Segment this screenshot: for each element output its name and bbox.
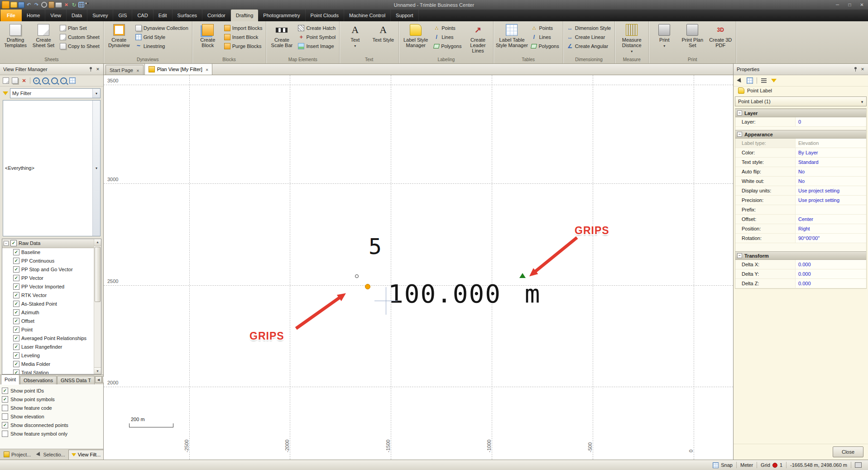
item-checkbox[interactable]: ✓	[13, 361, 19, 367]
pin-icon[interactable]	[852, 66, 859, 73]
tree-item[interactable]: ✓ PP Stop and Go Vector	[2, 265, 94, 274]
property-value[interactable]: No	[795, 177, 866, 186]
display-option-row[interactable]: ✓ Show point symbols	[2, 395, 103, 403]
options-gear-icon[interactable]	[41, 1, 48, 8]
filter-properties-icon[interactable]	[770, 77, 778, 85]
option-checkbox[interactable]: ✓	[2, 396, 8, 403]
plan-set-button[interactable]: Plan Set	[58, 24, 102, 33]
label-style-manager-button[interactable]: Label Style Manager	[400, 22, 431, 57]
close-button[interactable]: Close	[833, 446, 863, 457]
item-checkbox[interactable]: ✓	[13, 344, 19, 350]
select-mode-icon[interactable]	[736, 77, 744, 85]
collapse-icon[interactable]	[737, 132, 742, 137]
create-leader-lines-button[interactable]: Create Leader Lines	[464, 22, 492, 57]
tree-item[interactable]: ✓ Total Station	[2, 369, 94, 374]
dropdown-arrow-icon[interactable]	[92, 89, 100, 98]
option-checkbox[interactable]: ✓	[2, 422, 8, 428]
item-checkbox[interactable]: ✓	[13, 283, 19, 290]
close-tab-icon[interactable]	[206, 67, 209, 72]
insert-image-button[interactable]: Insert Image	[296, 42, 338, 51]
close-window-button[interactable]: ✕	[856, 1, 868, 9]
close-panel-icon[interactable]	[859, 66, 866, 73]
tree-item[interactable]: ✓ PP Vector	[2, 274, 94, 283]
tree-item[interactable]: ✓ RTK Vector	[2, 291, 94, 300]
collapse-icon[interactable]	[737, 110, 742, 115]
copy-filter-icon[interactable]	[11, 77, 19, 85]
scope-dropdown[interactable]: <Everything>	[3, 100, 101, 236]
display-option-row[interactable]: ✓ Show disconnected points	[2, 421, 103, 429]
item-checkbox[interactable]: ✓	[13, 292, 19, 298]
property-value[interactable]: Center	[795, 215, 866, 224]
point-symbol-marker[interactable]	[355, 274, 359, 278]
item-checkbox[interactable]: ✓	[13, 301, 19, 307]
paste-icon[interactable]	[48, 1, 54, 8]
property-value[interactable]: Use project setting	[795, 186, 866, 195]
property-value[interactable]: 0	[795, 117, 866, 126]
create-scale-bar-button[interactable]: Create Scale Bar	[268, 22, 296, 57]
ribbon-tab[interactable]: View	[45, 10, 67, 21]
section-header-transform[interactable]: Transform	[735, 251, 866, 260]
filter-category-tab[interactable]: Point	[1, 374, 19, 384]
collapse-icon[interactable]	[737, 253, 742, 258]
property-value[interactable]: Use project setting	[795, 196, 866, 205]
raw-data-checkbox[interactable]: ✓	[10, 240, 17, 246]
display-option-row[interactable]: Show feature symbol only	[2, 429, 103, 438]
ribbon-tab[interactable]: File	[0, 10, 22, 21]
create-dynaview-button[interactable]: Create Dynaview	[105, 22, 133, 57]
label-lines-button[interactable]: Lines	[431, 33, 464, 42]
pan-icon[interactable]	[68, 77, 77, 85]
linestring-button[interactable]: Linestring	[133, 42, 191, 51]
customize-toolbar-caret-icon[interactable]: ▾	[85, 1, 92, 8]
unit-indicator[interactable]: Meter	[737, 460, 757, 470]
property-value[interactable]: 90°00'00"	[795, 234, 866, 243]
table-points-button[interactable]: Points	[528, 24, 561, 33]
tree-item[interactable]: ✓ Averaged Point Relationships	[2, 334, 94, 343]
delete-filter-icon[interactable]: ✕	[20, 77, 28, 85]
text-button[interactable]: Text	[341, 22, 369, 57]
ribbon-tab[interactable]: Drafting	[231, 10, 259, 21]
property-value[interactable]: Right	[795, 224, 866, 233]
item-checkbox[interactable]: ✓	[13, 318, 19, 324]
drafting-templates-button[interactable]: Drafting Templates	[1, 22, 29, 57]
ribbon-tab[interactable]: Edit	[153, 10, 173, 21]
table-lines-button[interactable]: Lines	[528, 33, 561, 42]
tab-project-explorer[interactable]: Project...	[1, 450, 34, 459]
ribbon-tab[interactable]: Machine Control	[344, 10, 391, 21]
dimension-style-button[interactable]: Dimension Style	[565, 24, 613, 33]
display-option-row[interactable]: ✓ Show point IDs	[2, 386, 103, 395]
tree-item[interactable]: ✓ Leveling	[2, 351, 94, 360]
filter-category-tab[interactable]: GNSS Data T	[57, 376, 95, 384]
maximize-button[interactable]: □	[844, 1, 856, 9]
zoom-out-icon[interactable]: −	[41, 77, 49, 85]
purge-blocks-button[interactable]: Purge Blocks	[222, 42, 265, 51]
app-logo-icon[interactable]	[2, 1, 10, 9]
create-angular-button[interactable]: Create Angular	[565, 42, 613, 51]
insert-block-button[interactable]: Insert Block	[222, 33, 265, 42]
display-settings-button[interactable]	[851, 460, 865, 470]
ribbon-tab[interactable]: Home	[22, 10, 45, 21]
tree-item[interactable]: ✓ As-Staked Point	[2, 300, 94, 308]
item-checkbox[interactable]: ✓	[13, 326, 19, 333]
grip-triangle-marker[interactable]	[519, 273, 526, 278]
tree-item[interactable]: ✓ Baseline	[2, 248, 94, 257]
property-value[interactable]: By Layer	[795, 148, 866, 157]
ribbon-tab[interactable]: Data	[67, 10, 87, 21]
grip-point-marker[interactable]	[365, 284, 370, 289]
print-plan-set-button[interactable]: Print Plan Set	[678, 22, 706, 57]
tree-item[interactable]: ✓ Point	[2, 326, 94, 334]
option-checkbox[interactable]	[2, 405, 8, 411]
measure-distance-button[interactable]: Measure Distance	[616, 22, 647, 57]
doc-tab-plan-view[interactable]: Plan View [My Filter]	[144, 63, 213, 75]
selection-selector[interactable]: Point Label (1)	[735, 96, 867, 106]
section-header-layer[interactable]: Layer	[735, 109, 866, 117]
create-3d-pdf-button[interactable]: Create 3D PDF	[706, 22, 734, 57]
tree-item[interactable]: ✓ Media Folder	[2, 360, 94, 369]
scrollbar-thumb[interactable]	[95, 247, 101, 302]
close-panel-icon[interactable]	[94, 66, 101, 73]
tree-scrollbar[interactable]: ▲ ▼	[94, 239, 101, 374]
tree-group-raw-data[interactable]: ✓ Raw Data	[2, 239, 94, 248]
collapse-icon[interactable]	[4, 241, 9, 246]
view-grid-icon[interactable]	[78, 2, 84, 8]
import-blocks-button[interactable]: Import Blocks	[222, 24, 265, 33]
tab-view-filter-manager[interactable]: View Filt...	[68, 450, 104, 460]
